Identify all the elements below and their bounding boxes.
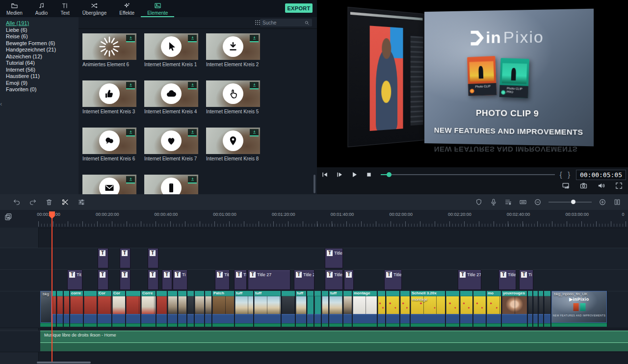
mark-in-out-icon[interactable]: { }	[560, 171, 572, 179]
video-clip[interactable]: Cor	[98, 291, 112, 327]
shield-icon[interactable]	[475, 198, 483, 206]
element-item[interactable]: Animiertes Element 6	[82, 33, 136, 67]
title-clip[interactable]: TTit	[67, 270, 82, 290]
export-button[interactable]: EXPORT	[285, 3, 313, 13]
split-scissors-icon[interactable]	[61, 198, 69, 206]
speaker-icon[interactable]	[597, 182, 605, 190]
element-item[interactable]: Internet Element Kreis 5	[206, 80, 260, 114]
title-clip[interactable]: T	[148, 270, 158, 290]
title-clip[interactable]: TTitle 2	[294, 270, 314, 290]
panel-collapse-icon[interactable]: ‹	[0, 101, 2, 107]
video-clip[interactable]: bkg_inpixio_fin_UK▶inPixioNEW FEATURES A…	[551, 291, 607, 327]
video-clip[interactable]	[446, 291, 460, 327]
video-clip[interactable]	[544, 291, 551, 327]
element-item[interactable]: Internet Element Kreis 8	[206, 128, 260, 161]
video-clip[interactable]: corre	[70, 291, 83, 327]
display-settings-icon[interactable]	[562, 182, 570, 190]
title-clip[interactable]: T	[98, 270, 108, 290]
video-clip[interactable]	[126, 291, 141, 327]
timeline-zoom-slider[interactable]	[549, 202, 592, 203]
title-clip[interactable]: T	[148, 248, 158, 268]
tab-elemente[interactable]: Elemente	[141, 0, 174, 17]
video-clip[interactable]: Cor	[112, 291, 126, 327]
video-clip[interactable]: tuff	[235, 291, 254, 327]
tab-audio[interactable]: Audio	[29, 0, 54, 17]
sidebar-item-haustiere[interactable]: Haustiere (11)	[0, 73, 78, 80]
title-clip[interactable]: TTitle 27	[248, 270, 290, 290]
sidebar-item-emoji[interactable]: Emoji (9)	[0, 80, 78, 87]
video-clip[interactable]	[157, 291, 167, 327]
video-clip[interactable]	[386, 291, 400, 327]
sidebar-item-liebe[interactable]: Liebe (6)	[0, 27, 78, 34]
video-clip[interactable]	[400, 291, 410, 327]
video-clip[interactable]: tuff	[296, 291, 307, 327]
timeline-ruler[interactable]: 00:00:00:0000:00:20:0000:00:40:0000:01:0…	[38, 210, 628, 228]
video-clip[interactable]	[322, 291, 329, 327]
video-clip[interactable]	[178, 291, 187, 327]
element-item[interactable]: Internet Element Kreis 4	[144, 80, 198, 114]
sidebar-item-alle[interactable]: Alle (191)	[0, 20, 78, 27]
title-clip[interactable]: TTitle	[325, 270, 343, 290]
audio-clip[interactable]: Musique libre de droits Ikson - Home	[40, 331, 628, 351]
sidebar-item-reise[interactable]: Reise (6)	[0, 33, 78, 40]
title-clip[interactable]: T	[120, 270, 131, 290]
tab-übergänge[interactable]: Übergänge	[76, 0, 113, 17]
tab-effekte[interactable]: Effekte	[113, 0, 141, 17]
sidebar-item-handgezeichnet[interactable]: Handgezeichnet (21)	[0, 47, 78, 53]
audio-mixer-icon[interactable]	[504, 198, 512, 206]
title-clip[interactable]: T	[98, 248, 108, 268]
video-clip[interactable]: mo	[487, 291, 501, 327]
microphone-icon[interactable]	[490, 198, 497, 206]
add-marker-icon[interactable]	[4, 212, 13, 221]
title-clip[interactable]: TTitl	[215, 270, 230, 290]
video-clip[interactable]	[314, 291, 321, 327]
title-clip[interactable]: TTi	[234, 270, 247, 290]
element-item[interactable]: Internet Element Kreis 1	[144, 33, 198, 67]
title-clip[interactable]: TTitle	[498, 270, 516, 290]
preview-screen[interactable]: in Pixio Photo CLIP Photo CLIP PRO PHOTO…	[317, 0, 628, 167]
sidebar-item-internet[interactable]: Internet (56)	[0, 67, 78, 74]
previous-frame-icon[interactable]	[321, 171, 329, 179]
title-clip[interactable]: T	[120, 248, 131, 268]
video-clip[interactable]	[84, 291, 97, 327]
element-item[interactable]: Internet Element Kreis 2	[206, 33, 260, 67]
sidebar-item-abzeichen[interactable]: Abzeichen (12)	[0, 53, 78, 60]
next-frame-icon[interactable]	[336, 171, 343, 179]
video-clip[interactable]	[187, 291, 194, 327]
video-clip[interactable]	[378, 291, 386, 327]
video-clip[interactable]: tuff	[254, 291, 281, 327]
element-item[interactable]: Internet Element Kreis 6	[82, 128, 136, 161]
video-clip[interactable]	[282, 291, 295, 327]
adjust-sliders-icon[interactable]	[78, 198, 85, 206]
undo-icon[interactable]	[13, 198, 21, 206]
seek-slider[interactable]	[381, 174, 555, 175]
title-clip[interactable]: TTitle	[325, 248, 343, 268]
sidebar-item-bewegte[interactable]: Bewegte Formen (6)	[0, 40, 78, 47]
sidebar-item-tutorial[interactable]: Tutorial (64)	[0, 60, 78, 67]
zoom-out-icon[interactable]	[534, 198, 542, 206]
video-clip[interactable]: tuff	[329, 291, 343, 327]
title-clip[interactable]: TTitle 27	[458, 270, 481, 290]
video-clip[interactable]	[539, 291, 544, 327]
video-clip[interactable]	[195, 291, 205, 327]
video-clip[interactable]	[473, 291, 486, 327]
seek-handle[interactable]	[387, 172, 392, 177]
title-clip[interactable]: TTitle	[384, 270, 402, 290]
sidebar-item-favoriten[interactable]: Favoriten (0)	[0, 86, 78, 93]
video-clip[interactable]: Patch	[212, 291, 235, 327]
audio-volume-line[interactable]	[40, 342, 628, 343]
video-clip[interactable]	[343, 291, 352, 327]
play-icon[interactable]	[350, 171, 358, 179]
video-clip[interactable]	[533, 291, 538, 327]
video-clip[interactable]: montage	[353, 291, 377, 327]
tab-medien[interactable]: Medien	[0, 0, 29, 17]
video-clip[interactable]	[528, 291, 533, 327]
title-clip[interactable]: TTi	[173, 270, 187, 290]
fullscreen-icon[interactable]	[615, 182, 623, 190]
video-clip[interactable]	[307, 291, 314, 327]
video-clip[interactable]: Schnell 3.20xmontage	[411, 291, 445, 327]
video-clip[interactable]	[205, 291, 212, 327]
zoom-in-icon[interactable]	[599, 198, 606, 206]
search-input[interactable]: Suche	[260, 19, 312, 26]
video-clip[interactable]	[64, 291, 70, 327]
